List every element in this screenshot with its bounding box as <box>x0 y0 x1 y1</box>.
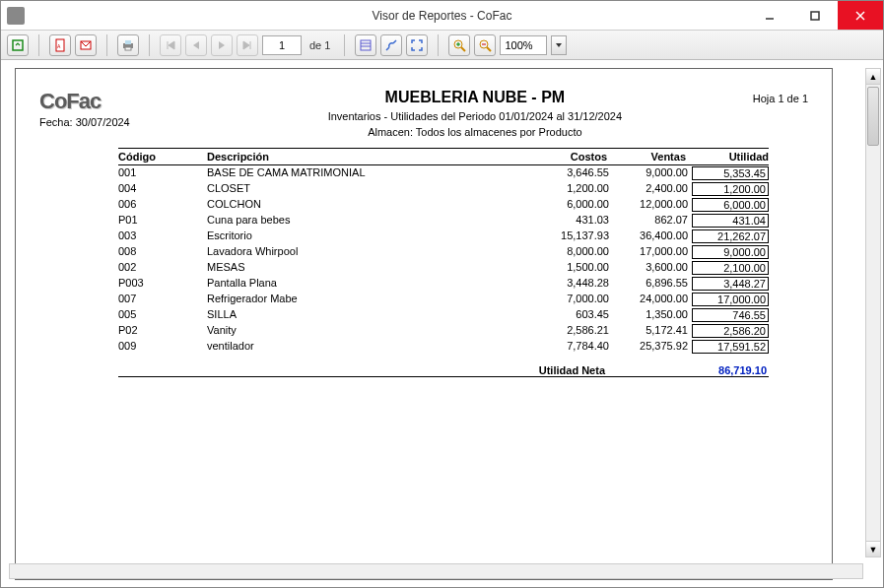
cell-costos: 6,000.00 <box>530 198 609 212</box>
cell-utilidad: 3,448.27 <box>692 277 769 291</box>
cell-utilidad: 6,000.00 <box>692 198 769 212</box>
tool-button-2[interactable] <box>380 34 402 56</box>
separator <box>149 34 150 56</box>
table-row: 002MESAS1,500.003,600.002,100.00 <box>118 260 769 276</box>
close-icon <box>855 11 865 21</box>
cell-descripcion: Refrigerador Mabe <box>207 293 530 306</box>
table-row: 009ventilador7,784.4025,375.9217,591.52 <box>118 339 769 355</box>
page-of-label: de 1 <box>309 39 330 51</box>
cell-ventas: 17,000.00 <box>609 245 688 259</box>
cell-ventas: 1,350.00 <box>609 308 688 322</box>
pdf-icon: A <box>53 38 67 52</box>
cell-codigo: P01 <box>118 214 207 228</box>
cell-ventas: 6,896.55 <box>609 277 688 291</box>
cell-costos: 7,784.40 <box>530 340 609 354</box>
export-button[interactable] <box>7 34 29 56</box>
table-header: Código Descripción Costos Ventas Utilida… <box>118 148 769 165</box>
svg-rect-11 <box>361 40 371 50</box>
svg-rect-9 <box>125 40 131 44</box>
cell-descripcion: Vanity <box>207 324 530 338</box>
cofac-logo: CoFac <box>39 89 197 114</box>
cell-descripcion: COLCHON <box>207 198 530 212</box>
table-body: 001BASE DE CAMA MATRIMONIAL3,646.559,000… <box>118 165 769 355</box>
header-costos: Costos <box>528 151 607 163</box>
table-row: P02Vanity2,586.215,172.412,586.20 <box>118 323 769 339</box>
header-center: MUEBLERIA NUBE - PM Inventarios - Utilid… <box>197 89 753 138</box>
cell-utilidad: 2,586.20 <box>692 324 769 338</box>
scroll-up-arrow[interactable]: ▲ <box>866 69 880 85</box>
table-row: 003Escritorio15,137.9336,400.0021,262.07 <box>118 229 769 244</box>
prev-page-button[interactable] <box>185 34 207 56</box>
scroll-thumb[interactable] <box>867 87 879 146</box>
company-name: MUEBLERIA NUBE - PM <box>197 89 753 106</box>
next-page-button[interactable] <box>211 34 233 56</box>
cell-utilidad: 1,200.00 <box>692 182 769 196</box>
layout-icon <box>359 38 373 52</box>
pdf-button[interactable]: A <box>49 34 71 56</box>
print-button[interactable] <box>117 34 139 56</box>
zoom-input[interactable]: 100% <box>500 35 547 55</box>
page-number-input[interactable] <box>262 35 302 55</box>
scroll-down-arrow[interactable]: ▼ <box>866 541 880 556</box>
vertical-scrollbar[interactable]: ▲ ▼ <box>865 68 881 557</box>
cell-ventas: 862.07 <box>609 214 688 228</box>
report-subtitle2: Almacen: Todos los almacenes por Product… <box>197 126 753 138</box>
horizontal-scrollbar[interactable] <box>9 563 863 579</box>
window-buttons <box>747 1 883 30</box>
close-button[interactable] <box>838 1 883 30</box>
cell-costos: 3,646.55 <box>530 166 609 180</box>
cell-costos: 15,137.93 <box>530 229 609 243</box>
cell-costos: 3,448.28 <box>530 277 609 291</box>
cell-descripcion: BASE DE CAMA MATRIMONIAL <box>207 166 530 180</box>
fullscreen-button[interactable] <box>406 34 428 56</box>
next-icon <box>216 39 228 51</box>
print-icon <box>121 38 135 52</box>
cell-ventas: 24,000.00 <box>609 293 688 306</box>
net-row: Utilidad Neta 86,719.10 <box>118 364 769 377</box>
maximize-button[interactable] <box>792 1 838 30</box>
cell-codigo: 003 <box>118 229 207 243</box>
cell-codigo: 002 <box>118 261 207 275</box>
separator <box>38 34 39 56</box>
last-page-button[interactable] <box>237 34 258 56</box>
cell-descripcion: Pantalla Plana <box>207 277 530 291</box>
cell-utilidad: 746.55 <box>692 308 769 322</box>
titlebar: Visor de Reportes - CoFac <box>1 1 883 31</box>
cell-descripcion: ventilador <box>207 340 530 354</box>
app-icon <box>7 7 25 25</box>
zoom-out-icon <box>478 38 492 52</box>
layout-button[interactable] <box>355 34 376 56</box>
cell-descripcion: Lavadora Whirpool <box>207 245 530 259</box>
zoom-value: 100% <box>505 39 532 51</box>
cell-descripcion: CLOSET <box>207 182 530 196</box>
report-table: Código Descripción Costos Ventas Utilida… <box>118 148 769 377</box>
zoom-dropdown[interactable] <box>551 35 567 55</box>
cell-utilidad: 5,353.45 <box>692 166 769 180</box>
export-icon <box>11 38 25 52</box>
cell-ventas: 36,400.00 <box>609 229 688 243</box>
cell-codigo: 004 <box>118 182 207 196</box>
minimize-button[interactable] <box>747 1 792 30</box>
svg-rect-10 <box>125 47 131 50</box>
first-page-button[interactable] <box>160 34 181 56</box>
report-subtitle: Inventarios - Utilidades del Periodo 01/… <box>197 110 753 122</box>
svg-rect-1 <box>811 12 819 20</box>
cell-codigo: 009 <box>118 340 207 354</box>
report-page: CoFac Fecha: 30/07/2024 MUEBLERIA NUBE -… <box>15 68 833 580</box>
cell-utilidad: 2,100.00 <box>692 261 769 275</box>
separator <box>344 34 345 56</box>
zoom-out-button[interactable] <box>474 34 496 56</box>
zoom-in-icon <box>452 38 466 52</box>
table-row: 005SILLA603.451,350.00746.55 <box>118 307 769 323</box>
mail-button[interactable] <box>75 34 97 56</box>
cell-costos: 431.03 <box>530 214 609 228</box>
cell-costos: 603.45 <box>530 308 609 322</box>
cell-ventas: 2,400.00 <box>609 182 688 196</box>
cell-codigo: 006 <box>118 198 207 212</box>
minimize-icon <box>765 11 775 21</box>
zoom-in-button[interactable] <box>448 34 470 56</box>
cell-codigo: 005 <box>118 308 207 322</box>
header-left: CoFac Fecha: 30/07/2024 <box>39 89 197 128</box>
mail-icon <box>79 38 93 52</box>
cell-descripcion: Cuna para bebes <box>207 214 530 228</box>
